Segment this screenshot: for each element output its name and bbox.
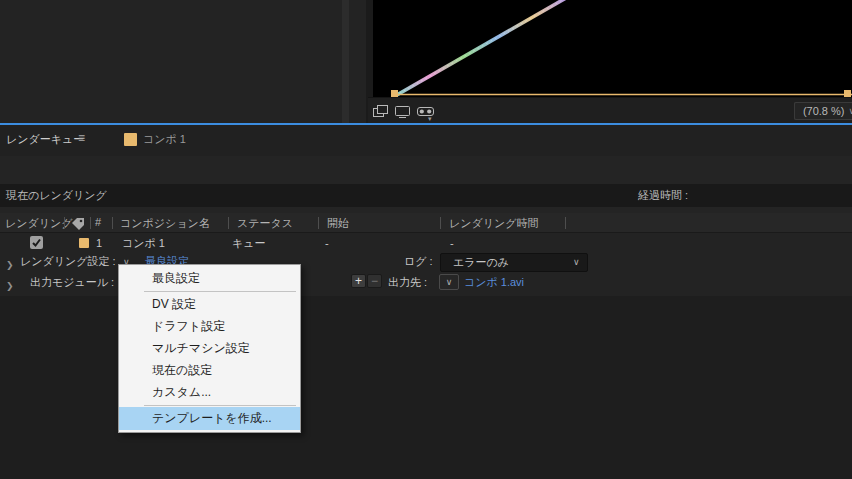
stereo-dropdown-arrow[interactable]: ▾ bbox=[428, 115, 432, 122]
minus-glyph: − bbox=[371, 274, 378, 288]
menu-item-multimachine-settings[interactable]: マルチマシン設定 bbox=[119, 337, 300, 359]
item-status: キュー bbox=[232, 233, 266, 253]
noisy-diagonal-layer-line bbox=[395, 0, 566, 96]
queue-item-row[interactable]: 1 コンポ 1 キュー - - bbox=[0, 233, 852, 253]
menu-item-current-settings[interactable]: 現在の設定 bbox=[119, 359, 300, 381]
menu-item-best-settings[interactable]: 最良設定 bbox=[119, 267, 300, 289]
tab-render-queue-label: レンダーキュー bbox=[6, 133, 84, 145]
column-separator bbox=[64, 217, 65, 229]
column-separator bbox=[228, 217, 229, 229]
layer-handle-left bbox=[391, 90, 398, 97]
current-render-title: 現在のレンダリング bbox=[6, 188, 107, 203]
elapsed-time-label: 経過時間 : bbox=[638, 188, 688, 203]
always-preview-icon[interactable] bbox=[372, 98, 389, 124]
column-separator bbox=[440, 217, 441, 229]
comp-label-color-square bbox=[124, 133, 137, 146]
output-to-value-link[interactable]: コンポ 1.avi bbox=[464, 272, 524, 293]
tab-comp-1[interactable]: コンポ 1 bbox=[124, 132, 186, 147]
add-output-module-button[interactable]: + bbox=[351, 274, 366, 288]
item-comp-name: コンポ 1 bbox=[122, 233, 165, 253]
log-dropdown[interactable]: エラーのみ ∨ bbox=[440, 253, 588, 272]
left-panel-background bbox=[0, 0, 368, 123]
menu-item-custom[interactable]: カスタム... bbox=[119, 381, 300, 403]
panel-edge-strip bbox=[342, 0, 349, 123]
output-to-dropdown-icon[interactable]: ∨ bbox=[439, 274, 459, 290]
main-monitor-icon[interactable] bbox=[394, 98, 411, 124]
column-comp-name[interactable]: コンポジション名 bbox=[120, 216, 210, 231]
column-start[interactable]: 開始 bbox=[327, 216, 349, 231]
render-settings-template-menu: 最良設定 DV 設定 ドラフト設定 マルチマシン設定 現在の設定 カスタム...… bbox=[118, 264, 301, 433]
item-number: 1 bbox=[96, 233, 102, 253]
menu-item-dv-settings[interactable]: DV 設定 bbox=[119, 293, 300, 315]
column-separator bbox=[90, 217, 91, 229]
panel-menu-icon[interactable]: ≡ bbox=[78, 131, 85, 145]
tab-render-queue[interactable]: レンダーキュー bbox=[6, 132, 84, 147]
menu-separator bbox=[144, 405, 296, 406]
chevron-down-icon: ∨ bbox=[573, 252, 580, 273]
layer-handle-right bbox=[844, 90, 851, 97]
column-status[interactable]: ステータス bbox=[237, 216, 293, 231]
output-module-label: 出力モジュール : bbox=[30, 272, 114, 293]
menu-item-make-template[interactable]: テンプレートを作成... bbox=[119, 407, 300, 430]
twirl-arrow-icon[interactable]: ❯ bbox=[6, 276, 14, 297]
log-value: エラーのみ bbox=[453, 252, 509, 273]
column-render[interactable]: レンダリング bbox=[5, 216, 73, 231]
output-to-label: 出力先 : bbox=[388, 272, 427, 293]
stereo-3d-glasses-icon[interactable] bbox=[416, 98, 435, 124]
label-tag-icon[interactable] bbox=[71, 217, 85, 231]
tab-comp-label: コンポ 1 bbox=[143, 133, 186, 145]
viewer-toolbar: ▾ (70.8 %) ∨ ▾ 0:00:00:00 ▾ フル画質 ∨ bbox=[368, 97, 852, 123]
menu-item-draft-settings[interactable]: ドラフト設定 bbox=[119, 315, 300, 337]
column-render-time[interactable]: レンダリング時間 bbox=[449, 216, 539, 231]
after-effects-window: ▾ (70.8 %) ∨ ▾ 0:00:00:00 ▾ フル画質 ∨ bbox=[0, 0, 852, 479]
column-number[interactable]: # bbox=[95, 216, 101, 228]
current-render-bar: 現在のレンダリング 経過時間 : bbox=[0, 184, 852, 207]
column-separator bbox=[565, 217, 566, 229]
item-render-time: - bbox=[450, 233, 454, 253]
hamburger-glyph: ≡ bbox=[78, 131, 85, 145]
remove-output-module-button[interactable]: − bbox=[367, 274, 382, 288]
log-label: ログ : bbox=[404, 251, 433, 272]
plus-glyph: + bbox=[355, 274, 362, 288]
item-label-color[interactable] bbox=[79, 238, 89, 248]
chevron-down-icon: ∨ bbox=[446, 272, 453, 293]
menu-separator bbox=[144, 291, 296, 292]
chevron-down-icon: ∨ bbox=[848, 106, 852, 116]
render-checkbox[interactable] bbox=[30, 236, 43, 249]
magnification-dropdown[interactable]: (70.8 %) ∨ bbox=[794, 102, 852, 120]
queue-table-header: レンダリング # コンポジション名 ステータス 開始 レンダリング時間 bbox=[0, 213, 852, 233]
panel-tab-bar: レンダーキュー ≡ コンポ 1 bbox=[0, 125, 852, 156]
column-separator bbox=[112, 217, 113, 229]
magnification-value: (70.8 %) bbox=[803, 105, 845, 117]
column-separator bbox=[318, 217, 319, 229]
item-start: - bbox=[325, 233, 329, 253]
composition-viewer-canvas[interactable] bbox=[373, 0, 852, 97]
spacer-band bbox=[0, 156, 852, 184]
render-settings-label: レンダリング設定 : bbox=[20, 251, 116, 272]
